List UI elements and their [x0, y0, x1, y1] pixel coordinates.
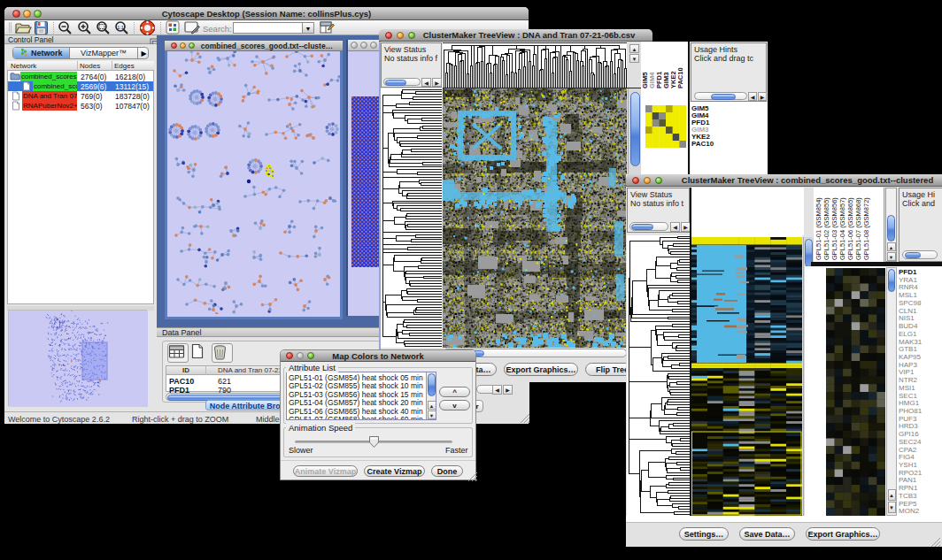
svg-text:GPL51-01 (GSM854): GPL51-01 (GSM854) [815, 197, 822, 260]
svg-text:GPL51-03 (GSM856): GPL51-03 (GSM856) [830, 197, 838, 260]
svg-text:GPL51-06 (GSM865): GPL51-06 (GSM865) [846, 197, 854, 260]
svg-text:GPL51-04 (GSM857): GPL51-04 (GSM857) [838, 197, 846, 260]
svg-text:PAC10: PAC10 [676, 67, 684, 88]
svg-text:1:1: 1:1 [117, 25, 124, 30]
svg-text:GPL51-07 (GSM868): GPL51-07 (GSM868) [854, 197, 862, 260]
svg-text:GPL51-02 (GSM855): GPL51-02 (GSM855) [822, 197, 830, 260]
svg-text:GPL51-08 (GSM872): GPL51-08 (GSM872) [862, 197, 870, 260]
